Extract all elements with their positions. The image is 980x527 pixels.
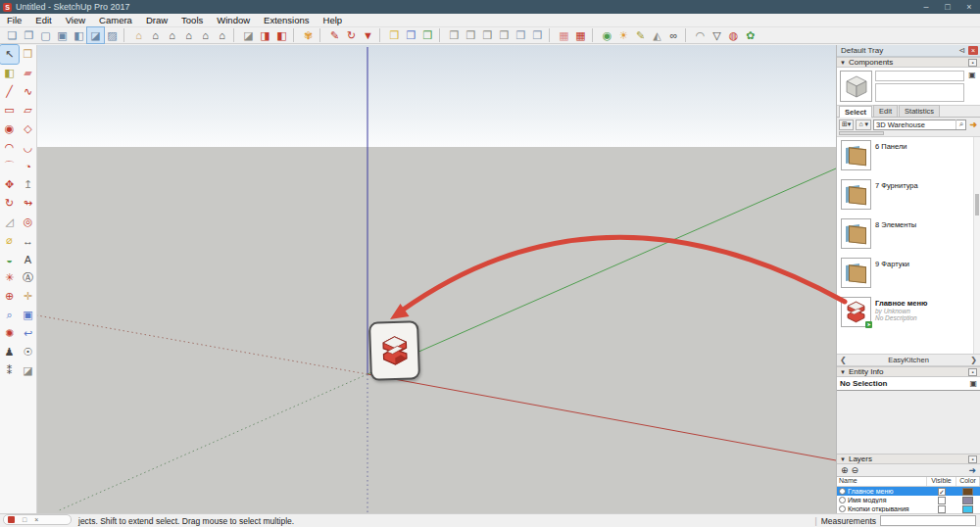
menu-item[interactable]: Extensions (257, 15, 316, 25)
layers-options-button[interactable]: ▪ (968, 455, 977, 463)
module-box-icon[interactable]: ❒ (463, 27, 479, 43)
front-view-icon[interactable]: ⌂ (164, 27, 180, 43)
zoom-tool[interactable]: ⌕ (0, 306, 19, 324)
walk-tool[interactable]: ⁑ (0, 361, 19, 380)
minimize-button[interactable]: – (915, 2, 937, 12)
menu-item[interactable]: Edit (28, 15, 58, 25)
box-yellow-icon[interactable]: ❒ (386, 27, 403, 43)
position-camera-tool[interactable]: ♟ (0, 343, 19, 361)
separator[interactable] (319, 28, 326, 42)
pencil-ruler-icon[interactable]: ✎ (632, 27, 649, 43)
circle-tool[interactable]: ◉ (0, 120, 19, 138)
shaded-icon[interactable]: ◧ (71, 27, 87, 43)
search-icon[interactable]: ⌕ (956, 120, 965, 129)
tape-measure-tool[interactable]: ⌀ (0, 231, 19, 250)
separator[interactable] (549, 28, 556, 42)
scale-tool[interactable]: ◿ (0, 213, 19, 231)
back-edges-icon[interactable]: ❐ (21, 27, 37, 43)
wireframe-icon[interactable]: ▢ (37, 27, 54, 43)
shadows-sun-icon[interactable]: ☀ (615, 27, 632, 43)
freehand-tool[interactable]: ∿ (19, 82, 37, 101)
layer-color-chip[interactable] (962, 497, 973, 504)
x-ray-icon[interactable]: ❏ (4, 27, 21, 43)
layer-row[interactable]: Главное меню ✓ (837, 487, 980, 496)
protractor-tool[interactable]: ◒ (0, 250, 19, 268)
left-view-icon[interactable]: ⌂ (214, 27, 230, 43)
shaded-with-textures-icon[interactable]: ◪ (87, 27, 104, 43)
paint-swirl-icon[interactable]: ✾ (300, 27, 317, 43)
arc-tool[interactable]: ◠ (0, 138, 19, 157)
components-tab[interactable]: Statistics (899, 105, 940, 117)
move-tool[interactable]: ✥ (0, 175, 19, 194)
rock-icon[interactable]: ◭ (649, 27, 665, 43)
component-name-field[interactable] (875, 71, 964, 81)
separator[interactable] (379, 28, 386, 42)
zoom-extents-tool[interactable]: ✺ (0, 324, 19, 343)
layer-radio[interactable] (839, 505, 846, 512)
in-model-home-button[interactable]: ⌂ ▾ (856, 120, 871, 130)
minimized-window[interactable]: □ × (3, 514, 72, 525)
secondary-pane-toggle-icon[interactable]: ▣ (967, 71, 977, 102)
right-view-icon[interactable]: ⌂ (180, 27, 197, 43)
rotate-tool[interactable]: ↻ (0, 194, 19, 213)
components-scrollbar[interactable] (973, 137, 980, 354)
display-section-cuts-icon[interactable]: ◧ (273, 27, 290, 43)
push-pull-tool[interactable]: ↥ (19, 175, 37, 194)
layer-row[interactable]: Кнопки открывания (837, 504, 980, 513)
layer-radio[interactable] (839, 497, 846, 503)
components-options-button[interactable]: ▪ (968, 59, 977, 67)
component-list-item[interactable]: ➤ 9 Фартуки (837, 255, 980, 294)
panel-pink-icon[interactable]: ▦ (556, 27, 572, 43)
separator[interactable] (439, 28, 446, 42)
menu-item[interactable]: Window (210, 15, 257, 25)
binoculars-icon[interactable]: ∞ (665, 27, 682, 43)
nav-back-icon[interactable]: ❮ (840, 356, 847, 364)
look-around-tool[interactable]: ☉ (19, 343, 37, 361)
remove-layer-button[interactable]: ⊖ (852, 465, 859, 475)
component-list-item[interactable]: ➤ 6 Панели (837, 137, 980, 176)
measurements-input[interactable] (880, 515, 976, 526)
separator[interactable] (233, 28, 240, 42)
two-point-arc-tool[interactable]: ◡ (19, 138, 37, 157)
layer-details-arrow-icon[interactable]: ➜ (968, 465, 976, 475)
menu-item[interactable]: Help (317, 15, 350, 25)
curve-icon[interactable]: ◠ (692, 27, 709, 43)
text-tool[interactable]: A (19, 250, 37, 268)
display-section-planes-icon[interactable]: ◨ (257, 27, 273, 43)
module-box-icon[interactable]: ❒ (479, 27, 496, 43)
separator[interactable] (592, 28, 599, 42)
model-canvas[interactable] (37, 45, 836, 513)
entity-info-header[interactable]: ▼ Entity Info ▪ (837, 366, 980, 377)
minimized-restore-button[interactable]: □ (23, 516, 26, 523)
previous-view-tool[interactable]: ↩ (19, 324, 37, 343)
components-tab[interactable]: Select (839, 106, 872, 118)
maximize-button[interactable]: □ (937, 2, 958, 12)
separator[interactable] (123, 28, 130, 42)
layer-visible-checkbox[interactable]: ✓ (938, 488, 946, 496)
green-sphere-icon[interactable]: ◉ (599, 27, 615, 43)
section-plane-icon[interactable]: ◪ (240, 27, 257, 43)
3d-text-tool[interactable]: Ⓐ (19, 268, 37, 287)
add-layer-button[interactable]: ⊕ (841, 465, 849, 475)
component-list-item[interactable]: ➤ 7 Фурнитура (837, 176, 980, 216)
offset-tool[interactable]: ◎ (19, 213, 37, 231)
make-component-tool[interactable]: ❒ (19, 45, 37, 64)
menu-item[interactable]: Tools (174, 15, 210, 25)
menu-item[interactable]: View (59, 15, 92, 25)
entity-info-options-button[interactable]: ▪ (968, 368, 977, 376)
pin-icon[interactable]: ⊲ (958, 46, 965, 55)
column-name[interactable]: Name (837, 477, 927, 486)
box-green-icon[interactable]: ❒ (419, 27, 436, 43)
monochrome-icon[interactable]: ▨ (104, 27, 121, 43)
top-view-icon[interactable]: ⌂ (147, 27, 164, 43)
next-page-arrow-icon[interactable]: ➜ (968, 120, 978, 129)
separator[interactable] (685, 28, 692, 42)
hidden-line-icon[interactable]: ▣ (54, 27, 71, 43)
close-button[interactable]: × (958, 2, 980, 12)
pan-tool[interactable]: ✛ (19, 287, 37, 306)
panel-pink-icon[interactable]: ▦ (572, 27, 589, 43)
shield-icon[interactable]: ▽ (709, 27, 725, 43)
back-view-icon[interactable]: ⌂ (197, 27, 214, 43)
component-list-item[interactable]: ➤ Главное меню by Unknown No Description (837, 294, 980, 333)
column-visible[interactable]: Visible (927, 477, 956, 486)
